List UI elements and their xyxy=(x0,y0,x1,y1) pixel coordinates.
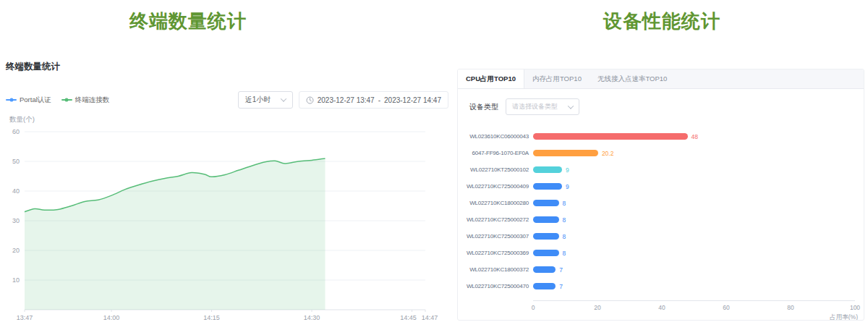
bar-value-label: 8 xyxy=(563,216,566,224)
x-tick-label: 0 xyxy=(532,304,535,311)
device-performance-card: CPU占用TOP10内存占用TOP10无线接入点速率TOP10 设备类型 请选择… xyxy=(457,69,864,321)
bar-track: 48 xyxy=(533,133,855,140)
date-end: 2023-12-27 14:47 xyxy=(384,96,441,104)
bar-category-label: WL022710KC725000272 xyxy=(464,216,529,223)
svg-text:14:30: 14:30 xyxy=(304,314,320,321)
bar-value-label: 9 xyxy=(566,166,569,174)
bar-track: 7 xyxy=(533,283,855,289)
device-type-placeholder: 请选择设备类型 xyxy=(512,102,558,111)
right-panel-title: 设备性能统计 xyxy=(456,9,868,34)
filter-row: 设备类型 请选择设备类型 xyxy=(469,98,864,115)
date-separator: - xyxy=(378,96,380,104)
legend-item-1[interactable]: 终端连接数 xyxy=(61,96,110,105)
svg-text:20: 20 xyxy=(12,247,20,254)
bar-row: WL022710KC7250003078 xyxy=(464,228,855,245)
bar-value-label: 8 xyxy=(563,200,566,207)
bar-row: WL022710KC7250004707 xyxy=(464,278,855,295)
bar-row: WL023610KC0600004348 xyxy=(464,128,855,145)
y-axis-title: 数量(个) xyxy=(9,115,35,124)
legend-label: 终端连接数 xyxy=(75,96,110,105)
svg-text:50: 50 xyxy=(12,158,20,165)
bar-row: WL022710KT250001029 xyxy=(464,161,855,178)
svg-text:30: 30 xyxy=(12,217,20,224)
svg-text:13:47: 13:47 xyxy=(17,314,33,321)
svg-text:60: 60 xyxy=(12,128,20,135)
time-range-select[interactable]: 近1小时 xyxy=(238,91,293,109)
x-tick-label: 20 xyxy=(594,304,600,311)
bar[interactable] xyxy=(533,166,562,173)
bar-value-label: 8 xyxy=(563,233,566,240)
svg-text:14:47: 14:47 xyxy=(422,314,438,321)
bar-track: 20.2 xyxy=(533,150,855,156)
chart-controls-row: Portal认证终端连接数 近1小时 2023-12-27 13:47 - 20… xyxy=(6,90,448,110)
bar-track: 8 xyxy=(533,233,855,240)
bar-row: WL022710KC7250002728 xyxy=(464,211,855,228)
device-type-label: 设备类型 xyxy=(469,102,498,112)
x-tick-label: 60 xyxy=(723,304,729,311)
time-range-value: 近1小时 xyxy=(245,95,271,105)
svg-text:40: 40 xyxy=(12,187,20,195)
date-range-picker[interactable]: 2023-12-27 13:47 - 2023-12-27 14:47 xyxy=(299,91,448,109)
bar[interactable] xyxy=(533,183,562,190)
terminal-card-title: 终端数量统计 xyxy=(6,61,60,73)
x-tick-label: 40 xyxy=(658,304,665,311)
bar-row: WL022710KC180002808 xyxy=(464,195,855,211)
bar[interactable] xyxy=(533,216,559,223)
bar-value-label: 7 xyxy=(559,283,563,290)
bar-track: 8 xyxy=(533,250,855,256)
bar-category-label: 6047-FF96-1070-EF0A xyxy=(464,150,529,156)
bar-row: WL022710KC180003727 xyxy=(464,261,855,278)
bar-category-label: WL022710KC18000280 xyxy=(464,200,529,206)
bar[interactable] xyxy=(533,200,559,206)
bar-track: 9 xyxy=(533,166,855,173)
bar-row: WL022710KC7250003698 xyxy=(464,245,855,261)
bar-value-label: 7 xyxy=(559,266,563,274)
time-controls: 近1小时 2023-12-27 13:47 - 2023-12-27 14:47 xyxy=(238,91,448,109)
bar-track: 8 xyxy=(533,216,855,223)
bar-category-label: WL022710KC725000307 xyxy=(464,233,529,240)
bar-category-label: WL022710KC725000470 xyxy=(464,283,529,289)
bar[interactable] xyxy=(533,133,688,140)
x-axis: 020406080100占用率(%) xyxy=(533,300,855,321)
bar-value-label: 8 xyxy=(563,250,566,257)
chevron-down-icon xyxy=(280,96,286,101)
bar-category-label: WL022710KC18000372 xyxy=(464,266,529,273)
svg-text:14:45: 14:45 xyxy=(400,314,417,321)
svg-text:14:00: 14:00 xyxy=(103,314,120,321)
device-type-select[interactable]: 请选择设备类型 xyxy=(506,98,579,115)
x-axis-title: 占用率(%) xyxy=(830,313,858,321)
chart-legend: Portal认证终端连接数 xyxy=(6,96,119,105)
bar-category-label: WL023610KC06000043 xyxy=(464,133,529,140)
bar-value-label: 20.2 xyxy=(602,150,614,157)
bar-track: 7 xyxy=(533,266,855,273)
bar-category-label: WL022710KC725000409 xyxy=(464,183,529,190)
svg-text:10: 10 xyxy=(12,276,20,284)
chevron-down-icon xyxy=(568,103,574,109)
legend-marker-icon xyxy=(61,98,72,102)
bar-track: 8 xyxy=(533,200,855,206)
tab-0[interactable]: CPU占用TOP10 xyxy=(458,69,524,88)
bar-category-label: WL022710KT25000102 xyxy=(464,166,529,173)
legend-marker-icon xyxy=(6,98,17,102)
bar[interactable] xyxy=(533,266,556,273)
bar-value-label: 48 xyxy=(692,133,698,140)
left-panel-title: 终端数量统计 xyxy=(0,9,376,34)
svg-text:14:15: 14:15 xyxy=(203,314,220,321)
bar[interactable] xyxy=(533,250,559,256)
dashboard: 终端数量统计 终端数量统计 Portal认证终端连接数 近1小时 2023-12… xyxy=(0,0,868,330)
terminal-area-chart[interactable]: 60504030201013:4714:0014:1514:3014:4514:… xyxy=(3,124,446,329)
tab-2[interactable]: 无线接入点速率TOP10 xyxy=(590,69,675,88)
legend-item-0[interactable]: Portal认证 xyxy=(6,96,51,105)
bar-track: 9 xyxy=(533,183,855,190)
bar-row: WL022710KC7250004099 xyxy=(464,178,855,195)
bar-category-label: WL022710KC725000369 xyxy=(464,250,529,256)
bar[interactable] xyxy=(533,233,559,240)
tab-1[interactable]: 内存占用TOP10 xyxy=(524,69,590,88)
bar-value-label: 9 xyxy=(566,183,569,190)
bar[interactable] xyxy=(533,283,556,289)
date-start: 2023-12-27 13:47 xyxy=(318,96,375,104)
tab-bar: CPU占用TOP10内存占用TOP10无线接入点速率TOP10 xyxy=(458,69,864,89)
cpu-bar-chart: WL023610KC06000043486047-FF96-1070-EF0A2… xyxy=(458,128,864,295)
clock-icon xyxy=(306,96,314,104)
bar[interactable] xyxy=(533,150,598,156)
